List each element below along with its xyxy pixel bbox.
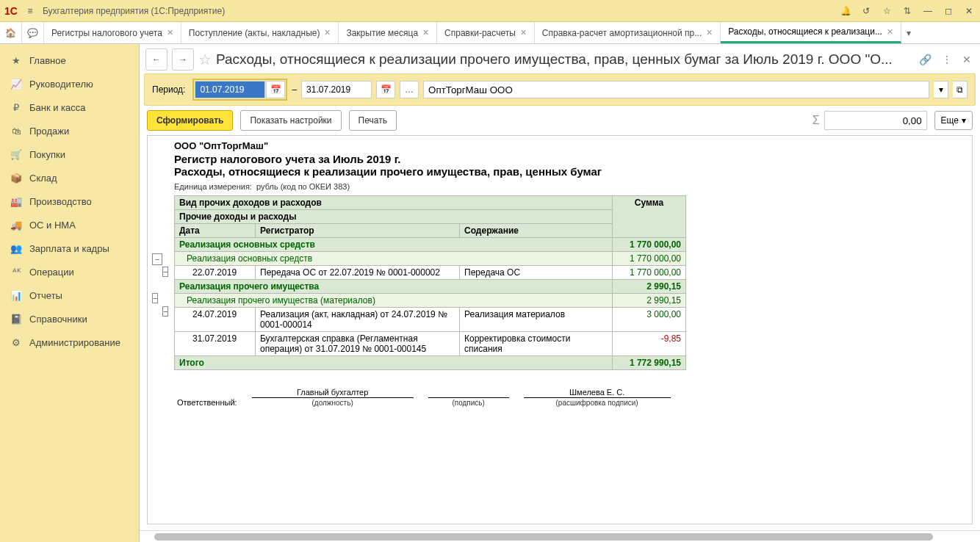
tab-reports[interactable]: Справки-расчеты✕ <box>437 22 535 43</box>
chevron-down-icon: ▾ <box>962 115 966 126</box>
date-from-input[interactable] <box>195 81 265 98</box>
sidebar-item-purchase[interactable]: 🛒Покупки <box>0 142 139 166</box>
date-to-input[interactable] <box>301 81 372 98</box>
discuss-button[interactable]: 💬 <box>22 22 44 43</box>
position-underline: (должность) <box>252 397 414 407</box>
tabs-dropdown[interactable]: ▾ <box>901 22 916 43</box>
sidebar: ★Главное 📈Руководителю ₽Банк и касса 🛍Пр… <box>0 44 140 542</box>
tab-expenses[interactable]: Расходы, относящиеся к реализаци...✕ <box>721 22 901 43</box>
sidebar-item-reports[interactable]: 📊Отчеты <box>0 283 139 307</box>
minimize-icon[interactable]: — <box>921 4 934 18</box>
sidebar-item-manager[interactable]: 📈Руководителю <box>0 72 139 95</box>
sidebar-item-admin[interactable]: ⚙Администрирование <box>0 330 139 354</box>
people-icon: 👥 <box>10 242 22 254</box>
subgroup-amt: 2 990,15 <box>613 294 686 308</box>
signature-underline: (подпись) <box>428 397 509 407</box>
star-icon[interactable]: ☆ <box>880 4 893 18</box>
collapse-icon[interactable]: − <box>152 293 158 303</box>
sidebar-item-refs[interactable]: 📓Справочники <box>0 307 139 330</box>
sidebar-item-main[interactable]: ★Главное <box>0 48 139 72</box>
collapse-icon[interactable]: − <box>162 267 168 277</box>
bell-icon[interactable]: 🔔 <box>839 4 852 18</box>
show-settings-button[interactable]: Показать настройки <box>240 110 341 131</box>
sidebar-item-ops[interactable]: ᴬᴷОперации <box>0 260 139 283</box>
row-reg: Бухгалтерская справка (Регламентная опер… <box>256 332 460 356</box>
close-icon[interactable]: ✕ <box>324 28 331 37</box>
sidebar-item-sales[interactable]: 🛍Продажи <box>0 119 139 142</box>
more-icon[interactable]: ⋮ <box>939 54 955 65</box>
more-button[interactable]: Еще▾ <box>934 111 973 130</box>
calendar-from-icon[interactable]: 📅 <box>266 81 285 98</box>
horizontal-scrollbar[interactable] <box>140 530 980 542</box>
total-amt: 1 772 990,15 <box>613 356 686 370</box>
link-icon[interactable]: 🔗 <box>916 54 934 65</box>
content-area: ← → ☆ Расходы, относящиеся к реализации … <box>140 44 980 542</box>
sidebar-item-os[interactable]: 🚚ОС и НМА <box>0 213 139 236</box>
print-button[interactable]: Печать <box>349 110 397 131</box>
report-title-2: Расходы, относящиеся к реализации прочег… <box>174 165 968 178</box>
coin-icon: ₽ <box>10 101 22 113</box>
titlebar: 1C ≡ Бухгалтерия предприятия (1С:Предпри… <box>0 0 980 22</box>
close-icon[interactable]: ✕ <box>422 28 429 37</box>
row-cont: Реализация материалов <box>460 308 613 332</box>
group-row[interactable]: Реализация прочего имущества <box>175 280 613 294</box>
row-amt: 1 770 000,00 <box>613 266 686 280</box>
header-date-cell: Дата <box>175 224 256 238</box>
row-amt: 3 000,00 <box>613 308 686 332</box>
row-date: 31.07.2019 <box>175 332 256 356</box>
tree-collapse-group: − <box>152 253 162 265</box>
org-input[interactable] <box>423 81 929 98</box>
nav-back-button[interactable]: ← <box>145 48 167 71</box>
favorite-icon[interactable]: ☆ <box>198 51 212 68</box>
tab-amort[interactable]: Справка-расчет амортизационной пр...✕ <box>535 22 721 43</box>
generate-button[interactable]: Сформировать <box>147 110 233 131</box>
tab-registers[interactable]: Регистры налогового учета✕ <box>44 22 181 43</box>
org-open-icon[interactable]: ⧉ <box>953 81 968 98</box>
history-icon[interactable]: ↺ <box>860 4 873 18</box>
report-area[interactable]: ООО "ОптТоргМаш" Регистр налогового учет… <box>147 135 973 524</box>
close-icon[interactable]: ✕ <box>520 28 527 37</box>
collapse-icon[interactable]: − <box>162 306 168 317</box>
settings-icon[interactable]: ⇅ <box>901 4 914 18</box>
tab-close-month[interactable]: Закрытие месяца✕ <box>339 22 437 43</box>
collapse-icon[interactable]: − <box>152 253 162 265</box>
sidebar-item-stock[interactable]: 📦Склад <box>0 166 139 189</box>
header-group1-cell: Вид прочих доходов и расходов <box>175 196 613 210</box>
org-dropdown-icon[interactable]: ▾ <box>934 81 948 98</box>
close-icon[interactable]: ✕ <box>706 28 713 37</box>
toolbar: Сформировать Показать настройки Печать Σ… <box>140 110 980 135</box>
sidebar-item-salary[interactable]: 👥Зарплата и кадры <box>0 236 139 260</box>
nav-fwd-button[interactable]: → <box>172 48 194 71</box>
group-row[interactable]: Реализация основных средств <box>175 238 613 252</box>
cart-icon: 🛒 <box>10 148 22 160</box>
signer-underline: (расшифровка подписи) <box>524 397 671 407</box>
row-date: 24.07.2019 <box>175 308 256 332</box>
header-sum-cell: Сумма <box>613 196 686 238</box>
unit-row: Единица измерения: рубль (код по ОКЕИ 38… <box>174 182 968 191</box>
trend-icon: 📈 <box>10 78 22 90</box>
chart-icon: 📊 <box>10 289 22 301</box>
tabbar: 🏠 💬 Регистры налогового учета✕ Поступлен… <box>0 22 980 44</box>
row-reg: Передача ОС от 22.07.2019 № 0001-000002 <box>256 266 460 280</box>
subgroup-row[interactable]: Реализация прочего имущества (материалов… <box>175 294 613 308</box>
row-amt: -9,85 <box>613 332 686 356</box>
close-icon[interactable]: ✕ <box>167 28 173 37</box>
maximize-icon[interactable]: ◻ <box>942 4 955 18</box>
row-cont: Корректировка стоимости списания <box>460 332 613 356</box>
sum-input[interactable] <box>824 111 927 130</box>
close-icon[interactable]: ✕ <box>887 27 893 37</box>
subgroup-row[interactable]: Реализация основных средств <box>175 252 613 266</box>
calendar-to-icon[interactable]: 📅 <box>376 81 395 98</box>
row-reg: Реализация (акт, накладная) от 24.07.201… <box>256 308 460 332</box>
tab-receipts[interactable]: Поступление (акты, накладные)✕ <box>181 22 339 43</box>
row-cont: Передача ОС <box>460 266 613 280</box>
hamburger-icon[interactable]: ≡ <box>24 4 37 18</box>
sidebar-item-bank[interactable]: ₽Банк и касса <box>0 95 139 119</box>
home-button[interactable]: 🏠 <box>0 22 22 43</box>
period-picker-button[interactable]: … <box>400 81 419 98</box>
sidebar-item-prod[interactable]: 🏭Производство <box>0 189 139 213</box>
close-window-icon[interactable]: ✕ <box>962 4 976 18</box>
close-page-icon[interactable]: ✕ <box>959 54 974 65</box>
bag-icon: 🛍 <box>10 125 22 137</box>
box-icon: 📦 <box>10 172 22 184</box>
